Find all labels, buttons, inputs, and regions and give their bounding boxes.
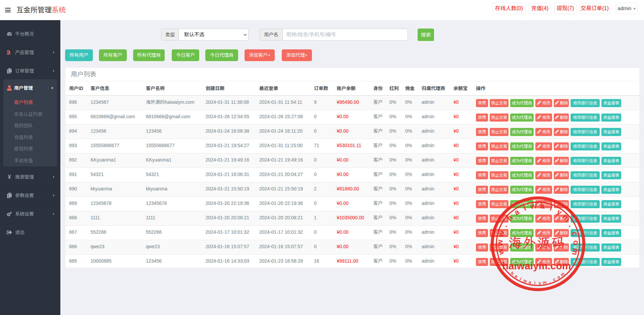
- svg-text:m: m: [542, 279, 547, 285]
- svg-text:海外源码: 海外源码: [508, 234, 566, 251]
- svg-text:haiwaiym.com: haiwaiym.com: [502, 260, 571, 271]
- svg-text:o: o: [572, 240, 581, 245]
- svg-text:i: i: [519, 276, 522, 281]
- svg-text:m: m: [571, 248, 581, 256]
- svg-text:c: c: [552, 277, 556, 282]
- svg-text:i: i: [534, 280, 536, 285]
- svg-text:a: a: [513, 207, 521, 217]
- svg-text:w: w: [530, 201, 537, 211]
- svg-text:c: c: [570, 231, 580, 237]
- svg-text:y: y: [555, 207, 564, 217]
- svg-text:a: a: [528, 279, 532, 285]
- svg-text:i: i: [549, 204, 554, 213]
- svg-text:h: h: [505, 213, 515, 223]
- svg-text:a: a: [540, 201, 545, 210]
- svg-text:w: w: [495, 239, 504, 246]
- svg-text:m: m: [561, 213, 572, 224]
- svg-text:.: .: [548, 279, 551, 284]
- svg-text:y: y: [538, 280, 541, 285]
- svg-text:.: .: [567, 222, 576, 228]
- svg-text:.: .: [500, 222, 509, 228]
